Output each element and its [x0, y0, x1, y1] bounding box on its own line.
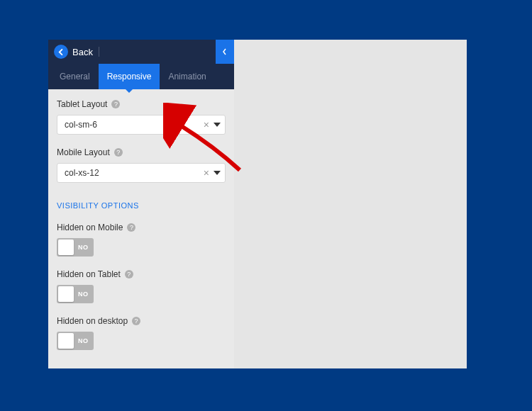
field-hidden-desktop: Hidden on desktop ? NO [57, 316, 226, 350]
tablet-layout-value: col-sm-6 [65, 120, 199, 130]
toggle-knob [58, 333, 74, 349]
mobile-layout-value: col-xs-12 [65, 168, 199, 178]
back-label: Back [72, 47, 93, 57]
back-button[interactable]: Back [48, 45, 93, 59]
toggle-knob [58, 286, 74, 302]
tablet-layout-select[interactable]: col-sm-6 × [57, 115, 226, 135]
toggle-state: NO [78, 291, 89, 298]
toggle-knob [58, 240, 74, 255]
tab-responsive[interactable]: Responsive [99, 64, 160, 89]
hidden-desktop-toggle[interactable]: NO [57, 332, 94, 350]
field-tablet-layout: Tablet Layout ? col-sm-6 × [57, 99, 226, 135]
editor-window: Back General Responsive Animation Tablet… [48, 40, 467, 368]
hidden-mobile-toggle[interactable]: NO [57, 238, 94, 257]
tab-animation[interactable]: Animation [160, 64, 214, 89]
hidden-tablet-toggle[interactable]: NO [57, 285, 94, 303]
field-hidden-tablet: Hidden on Tablet ? NO [57, 269, 226, 303]
collapse-sidebar-button[interactable] [216, 40, 234, 64]
panel-responsive: Tablet Layout ? col-sm-6 × Mobile Layout… [48, 89, 234, 368]
field-mobile-layout: Mobile Layout ? col-xs-12 × [57, 147, 226, 183]
tab-general[interactable]: General [51, 64, 99, 89]
help-icon[interactable]: ? [125, 270, 133, 278]
toggle-state: NO [78, 337, 89, 344]
mobile-layout-select[interactable]: col-xs-12 × [57, 163, 226, 183]
back-arrow-icon [54, 45, 68, 59]
help-icon[interactable]: ? [132, 317, 140, 325]
visibility-section-title: VISIBILITY OPTIONS [57, 201, 226, 210]
mobile-layout-label: Mobile Layout ? [57, 147, 226, 157]
chevron-down-icon [214, 171, 221, 175]
toggle-state: NO [78, 244, 89, 251]
sidebar: Back General Responsive Animation Tablet… [48, 40, 234, 368]
hidden-tablet-label: Hidden on Tablet ? [57, 269, 226, 279]
tablet-layout-label: Tablet Layout ? [57, 99, 226, 109]
hidden-desktop-label: Hidden on desktop ? [57, 316, 226, 326]
sidebar-header: Back [48, 40, 234, 64]
help-icon[interactable]: ? [111, 100, 120, 108]
hidden-mobile-label: Hidden on Mobile ? [57, 223, 226, 232]
chevron-down-icon [214, 123, 221, 127]
clear-icon[interactable]: × [199, 119, 214, 130]
help-icon[interactable]: ? [114, 148, 123, 157]
help-icon[interactable]: ? [127, 223, 135, 232]
tabs: General Responsive Animation [48, 64, 234, 89]
clear-icon[interactable]: × [199, 167, 214, 179]
main-canvas [234, 40, 467, 368]
header-divider [99, 47, 99, 57]
field-hidden-mobile: Hidden on Mobile ? NO [57, 223, 226, 257]
